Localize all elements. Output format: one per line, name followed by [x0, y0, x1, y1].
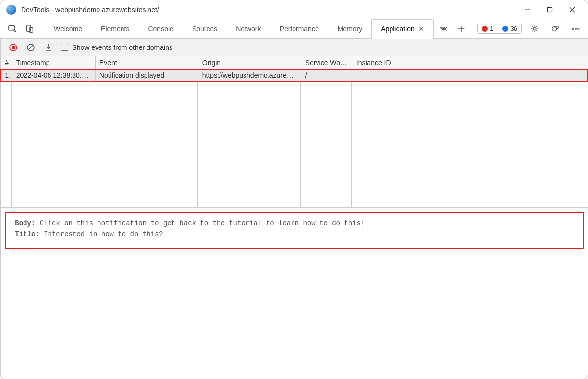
devtools-tabs-bar: Welcome Elements Console Sources Network…: [0, 19, 588, 39]
detail-value: Interested in how to do this?: [44, 230, 163, 238]
close-button[interactable]: [561, 0, 584, 19]
download-button[interactable]: [43, 42, 54, 53]
col-header[interactable]: Timestamp: [12, 56, 95, 69]
tabs-list: Welcome Elements Console Sources Network…: [45, 19, 434, 39]
issues-badge[interactable]: 1 36: [477, 24, 522, 34]
col-header[interactable]: Origin: [198, 56, 301, 69]
col-header[interactable]: Event: [95, 56, 198, 69]
window-title: DevTools - webpushdemo.azurewebsites.net…: [21, 6, 159, 14]
info-count: 36: [511, 25, 517, 32]
tab-label: Memory: [338, 25, 363, 33]
inspect-element-icon[interactable]: [4, 21, 20, 37]
col-header[interactable]: Instance ID: [352, 56, 588, 69]
svg-rect-5: [27, 25, 31, 31]
show-other-domains-checkbox[interactable]: Show events from other domains: [61, 44, 172, 51]
table-header-row: # Timestamp Event Origin Service Wor… In…: [1, 56, 588, 69]
tab-sources[interactable]: Sources: [183, 19, 226, 39]
feedback-icon[interactable]: [547, 21, 563, 37]
tab-label: Console: [148, 25, 173, 33]
svg-line-39: [28, 45, 33, 50]
table-empty-area: [1, 82, 588, 208]
col-header[interactable]: #: [1, 56, 12, 69]
more-menu-icon[interactable]: [568, 21, 584, 37]
cell-instance: [352, 69, 588, 81]
tab-label: Application: [381, 25, 415, 33]
svg-rect-1: [548, 7, 552, 12]
tab-label: Network: [236, 25, 261, 33]
errors-count: 1: [490, 25, 493, 32]
new-tab-icon[interactable]: [453, 21, 469, 37]
tab-label: Elements: [101, 25, 129, 33]
panel-toolbar: Show events from other domains: [1, 39, 588, 56]
col-header[interactable]: Service Wor…: [301, 56, 352, 69]
cell-event: Notification displayed: [95, 69, 198, 81]
detail-value: Click on this notification to get back t…: [40, 219, 365, 227]
checkbox-label: Show events from other domains: [72, 44, 172, 51]
svg-point-12: [572, 28, 574, 29]
close-icon[interactable]: ✕: [418, 25, 424, 33]
cell-idx: 1: [1, 69, 12, 81]
minimize-button[interactable]: [516, 0, 539, 19]
tab-label: Sources: [192, 25, 217, 33]
event-details: Body: Click on this notification to get …: [5, 212, 584, 249]
error-icon: [482, 26, 488, 32]
clear-button[interactable]: [25, 42, 36, 53]
cell-sw: /: [301, 69, 352, 81]
info-icon: [502, 26, 508, 32]
app-icon: [6, 5, 16, 15]
checkbox-icon: [61, 44, 68, 51]
maximize-button[interactable]: [539, 0, 561, 19]
tab-label: Welcome: [54, 25, 82, 33]
settings-icon[interactable]: [527, 21, 542, 37]
svg-point-9: [533, 27, 536, 30]
device-toolbar-icon[interactable]: [22, 21, 38, 37]
cell-origin: https://webpushdemo.azure…: [198, 69, 301, 81]
tab-console[interactable]: Console: [139, 19, 182, 39]
notifications-panel: Show events from other domains # Timesta…: [1, 39, 588, 379]
svg-point-14: [578, 28, 579, 29]
svg-rect-37: [12, 46, 15, 49]
tab-welcome[interactable]: Welcome: [45, 19, 92, 39]
main-area: Application Manifest Service Workers Sto…: [0, 39, 588, 379]
tab-network[interactable]: Network: [226, 19, 270, 39]
tab-memory[interactable]: Memory: [328, 19, 372, 39]
tab-elements[interactable]: Elements: [92, 19, 139, 39]
tabs-overflow-icon[interactable]: [436, 21, 451, 37]
window-titlebar: DevTools - webpushdemo.azurewebsites.net…: [0, 0, 588, 19]
tab-application[interactable]: Application ✕: [371, 19, 434, 39]
tab-performance[interactable]: Performance: [270, 19, 328, 39]
cell-timestamp: 2022-04-06 12:38:30.8…: [12, 69, 95, 81]
table-row[interactable]: 1 2022-04-06 12:38:30.8… Notification di…: [1, 69, 588, 81]
events-table: # Timestamp Event Origin Service Wor… In…: [1, 56, 588, 82]
detail-key: Body:: [15, 219, 35, 227]
tab-label: Performance: [280, 25, 319, 33]
detail-key: Title:: [15, 230, 39, 238]
svg-rect-4: [9, 25, 15, 30]
record-button[interactable]: [8, 42, 19, 53]
svg-point-13: [575, 28, 577, 29]
